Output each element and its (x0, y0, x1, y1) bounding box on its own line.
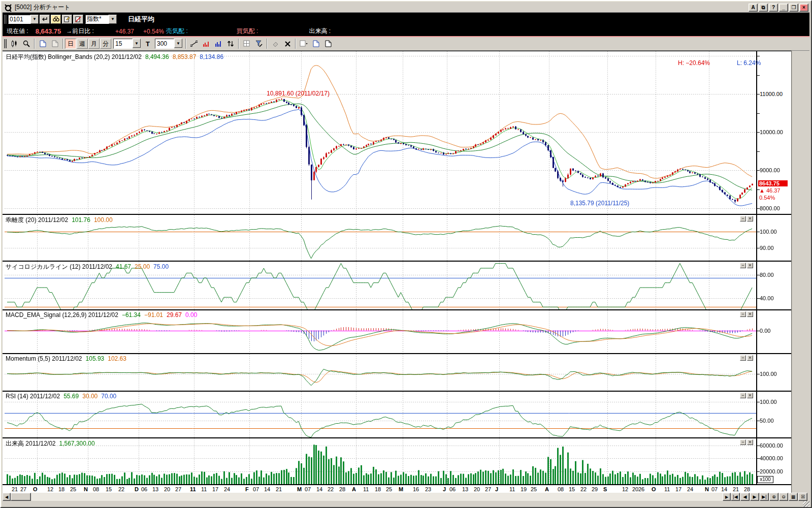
horizontal-scrollbar[interactable]: ◀ ▶ (3, 493, 731, 501)
clear-note-button[interactable] (73, 15, 83, 24)
x-axis-label: M (297, 486, 302, 492)
scrollbar-thumb[interactable] (11, 493, 31, 501)
blue-histogram-button[interactable] (212, 38, 224, 49)
interval-dropdown-button[interactable]: ▼ (133, 39, 141, 48)
low-annotation: 8,135.79 (2011/11/25) (570, 200, 629, 207)
psychological-header-value-2: 25.00 (135, 263, 150, 270)
new-chart-button[interactable] (37, 38, 49, 49)
delete-all-button[interactable] (281, 38, 294, 49)
bar-count-select[interactable] (155, 39, 174, 49)
rsi-axis-label: 100.00 (760, 399, 777, 405)
scroll-right-button[interactable]: ▶ (723, 493, 731, 501)
x-axis-label: O (652, 486, 656, 492)
calendar-button[interactable]: ▦ (789, 493, 798, 501)
momentum-panel-minimize-button[interactable]: − (740, 355, 746, 361)
price-plot-canvas[interactable] (5, 51, 757, 214)
psychological-panel-close-button[interactable]: × (747, 263, 753, 268)
x-axis-label: 17 (675, 486, 681, 492)
price-axis-minor-tick (757, 170, 760, 171)
x-axis: 2127O121825N081522D0613202711111724F0714… (3, 484, 791, 492)
help-button[interactable]: ? (769, 4, 778, 12)
volume-axis-label: 20000.00 (760, 468, 783, 474)
x-axis-label: 20 (632, 486, 638, 492)
nav-prev-button[interactable]: ◀ (740, 493, 750, 501)
low-percent-label: L: 6.24% (737, 59, 761, 67)
symbol-type-dropdown-button[interactable]: ▼ (109, 15, 117, 24)
psychological-axis-label: 40.00 (760, 295, 774, 301)
deviation-header-value-2: 100.00 (94, 216, 113, 224)
deviation-panel-close-button[interactable]: × (747, 216, 753, 221)
close-button[interactable]: × (799, 4, 808, 12)
symbol-dropdown-button[interactable]: ▼ (30, 15, 39, 24)
psychological-panel-minimize-button[interactable]: − (740, 263, 746, 268)
psychological-panel-header: サイコロジカルライン (12) 2011/12/0241.6725.0075.0… (6, 263, 172, 271)
app-logo-icon (3, 3, 14, 12)
volume-header-title: 出来高 2011/12/02 (6, 440, 56, 447)
page-export-button[interactable] (322, 38, 334, 49)
rsi-panel-minimize-button[interactable]: − (740, 393, 746, 398)
x-axis-label: 11 (664, 486, 670, 492)
minimize-button[interactable]: _ (779, 4, 788, 12)
interval-select[interactable] (113, 39, 133, 49)
nav-last-button[interactable]: ▶| (760, 493, 769, 501)
macd-panel-close-button[interactable]: × (747, 311, 753, 317)
macd-axis-label: 0.00 (760, 328, 770, 334)
tick-chart-button[interactable]: T (142, 39, 153, 49)
duplicate-chart-button[interactable] (49, 38, 61, 49)
x-axis-label: 27 (485, 486, 491, 492)
grid-layout-button[interactable] (241, 38, 253, 49)
restore-button[interactable]: ❐ (789, 4, 798, 12)
rsi-panel-close-button[interactable]: × (747, 393, 753, 398)
current-price-percent: 0.54% (759, 195, 775, 201)
panel-momentum: Momentum (5,5) 2011/12/02105.93102.63 (3, 353, 791, 391)
x-axis-label: 12 (622, 486, 628, 492)
trendline-button[interactable] (188, 38, 200, 49)
price-axis-label: 11000.00 (760, 91, 783, 97)
red-histogram-button[interactable] (200, 38, 212, 49)
nav-next-button[interactable]: ▶ (750, 493, 759, 501)
eraser-button[interactable] (269, 38, 281, 49)
nav-first-button[interactable]: |◀ (731, 493, 740, 501)
period-minute-button[interactable]: 分 (100, 39, 111, 49)
candlestick-chart-button[interactable] (8, 38, 20, 49)
volume-panel-close-button[interactable]: × (747, 439, 753, 445)
indicator-wizard-button[interactable] (253, 38, 265, 49)
momentum-panel-close-button[interactable]: × (747, 355, 753, 361)
bar-count-dropdown-button[interactable]: ▼ (174, 39, 182, 48)
period-day-button[interactable]: 日 (65, 39, 76, 49)
enter-button[interactable] (40, 15, 50, 24)
zoom-in-button[interactable]: ⊕ (769, 493, 778, 501)
macd-panel-minimize-button[interactable]: − (740, 311, 746, 317)
search-binoculars-button[interactable] (51, 15, 61, 24)
x-axis-label: 23 (425, 486, 431, 492)
deviation-panel-minimize-button[interactable]: − (740, 216, 746, 221)
zoom-tool-button[interactable] (20, 38, 33, 49)
current-price-label: 現在値 : (7, 27, 28, 36)
save-layout-button[interactable] (298, 38, 310, 49)
volume-plot-canvas[interactable] (5, 438, 757, 484)
period-month-button[interactable]: 月 (88, 39, 100, 49)
bid-label: 買気配 : (237, 27, 258, 36)
sort-updown-button[interactable] (224, 38, 237, 49)
page-copy-button[interactable] (310, 38, 322, 49)
scroll-left-button[interactable]: ◀ (3, 493, 11, 501)
zoom-out-button[interactable]: ⊖ (779, 493, 788, 501)
symbol-type-select[interactable] (85, 15, 109, 24)
high-percent-label: H: −20.64% (678, 59, 710, 67)
resize-grip[interactable] (803, 501, 809, 507)
current-price-value: 8,643.75 (36, 27, 61, 35)
x-axis-label: 19 (521, 486, 527, 492)
volume-axis-label: 40000.00 (760, 455, 783, 461)
memo-edit-button[interactable] (62, 15, 72, 24)
copy-window-button[interactable]: ⧉ (759, 4, 768, 12)
close-subwindow-button[interactable]: ☒ (798, 493, 807, 501)
x-axis-label: M (399, 486, 403, 492)
x-axis-label: 11 (190, 486, 196, 492)
macd-axis-tick (757, 331, 760, 331)
volume-panel-minimize-button[interactable]: − (740, 439, 746, 445)
period-week-button[interactable]: 週 (77, 39, 88, 49)
symbol-code-input[interactable] (8, 15, 30, 24)
deviation-plot-canvas[interactable] (5, 215, 757, 261)
font-button[interactable]: A (749, 4, 758, 12)
rsi-header-title: RSI (14) 2011/12/02 (6, 393, 60, 400)
